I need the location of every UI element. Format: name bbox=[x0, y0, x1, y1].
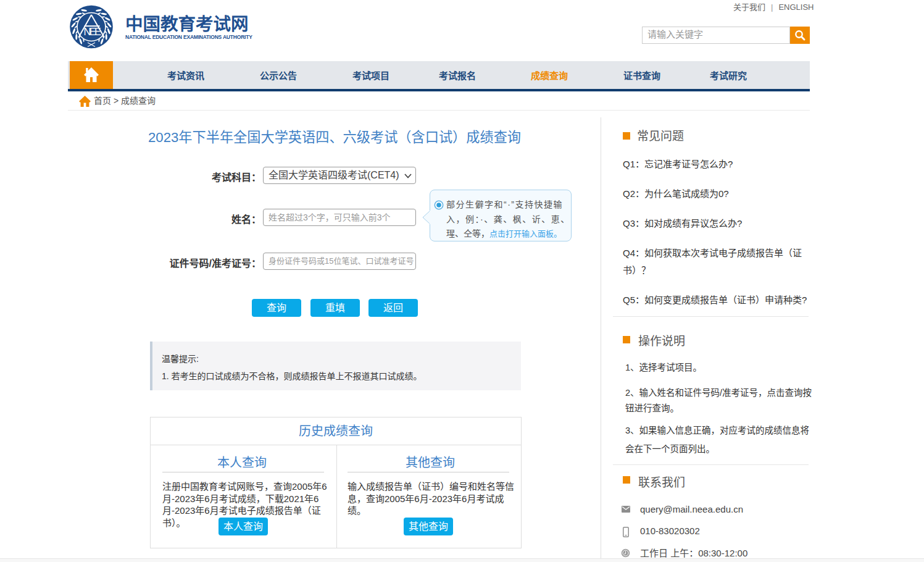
svg-text:NEE: NEE bbox=[84, 26, 102, 37]
